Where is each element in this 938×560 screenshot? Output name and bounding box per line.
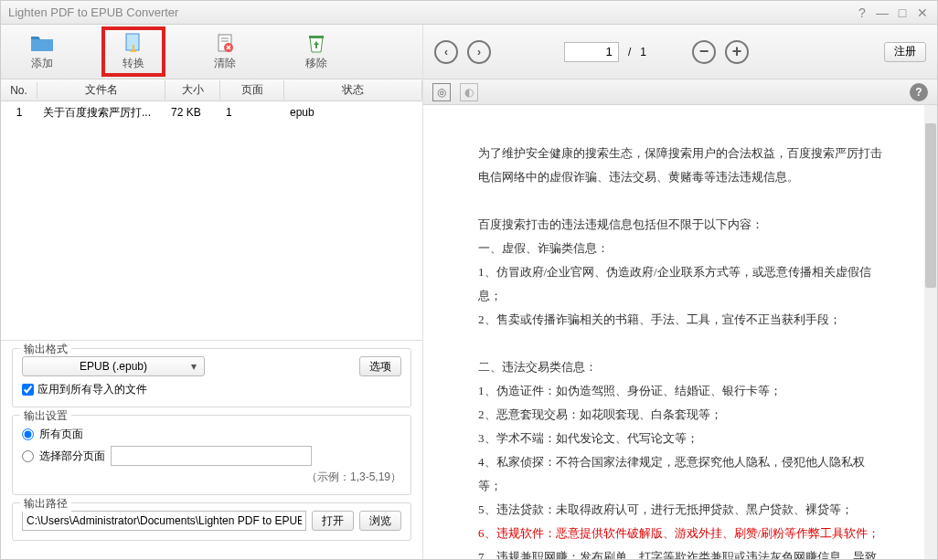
maximize-icon[interactable]: □ [895, 5, 910, 20]
doc-line: 为了维护安全健康的搜索生态，保障搜索用户的合法权益，百度搜索严厉打击电信网络中的… [478, 142, 882, 189]
document-preview: 为了维护安全健康的搜索生态，保障搜索用户的合法权益，百度搜索严厉打击电信网络中的… [423, 105, 937, 559]
table-row[interactable]: 1 关于百度搜索严厉打... 72 KB 1 epub [1, 101, 422, 123]
clear-button[interactable]: 清除 [193, 32, 257, 71]
col-no[interactable]: No. [1, 82, 37, 99]
page-sep: / [628, 46, 631, 58]
format-dropdown[interactable]: EPUB (.epub) [22, 356, 205, 376]
doc-line: 2、售卖或传播诈骗相关的书籍、手法、工具，宣传不正当获利手段； [478, 308, 882, 332]
col-status[interactable]: 状态 [284, 80, 422, 100]
page-total: 1 [640, 46, 646, 58]
output-path-group: 输出路径 打开 浏览 [12, 502, 411, 541]
convert-button[interactable]: 转换 [101, 26, 165, 77]
page-number-input[interactable] [564, 42, 619, 62]
doc-line: 二、违法交易类信息： [478, 355, 882, 379]
col-page[interactable]: 页面 [220, 80, 284, 100]
clear-icon [212, 32, 238, 54]
doc-line: 一、虚假、诈骗类信息： [478, 237, 882, 260]
apply-all-checkbox[interactable]: 应用到所有导入的文件 [22, 382, 401, 397]
folder-icon [29, 32, 55, 54]
next-page-button[interactable]: › [467, 40, 491, 64]
page-range-hint: （示例：1,3-5,19） [22, 470, 401, 485]
all-pages-radio[interactable]: 所有页面 [22, 427, 401, 442]
page-range-input[interactable] [111, 446, 312, 466]
doc-help-button[interactable]: ? [910, 83, 928, 101]
zoom-in-button[interactable]: + [725, 40, 749, 64]
main-toolbar: 添加 转换 清除 移除 [1, 25, 422, 79]
doc-line: 2、恶意套现交易：如花呗套现、白条套现等； [478, 403, 882, 427]
remove-button[interactable]: 移除 [284, 32, 348, 71]
prev-page-button[interactable]: ‹ [434, 40, 458, 64]
titlebar: Lighten PDF to EPUB Converter ? — □ ✕ [1, 1, 937, 25]
browse-button[interactable]: 浏览 [359, 511, 401, 531]
svg-rect-5 [309, 36, 324, 38]
preview-subbar: ◎ ◐ ? [423, 79, 937, 105]
open-button[interactable]: 打开 [312, 511, 354, 531]
doc-line: 百度搜索打击的违法违规信息包括但不限于以下内容： [478, 213, 882, 237]
scrollbar-thumb[interactable] [925, 123, 936, 288]
table-header: No. 文件名 大小 页面 状态 [1, 79, 422, 101]
convert-icon [121, 32, 146, 54]
doc-line: 7、违规兼职网赚：发布刷单、打字等欺诈类兼职或违法灰色网赚信息，导致网络用户财产… [478, 545, 882, 559]
minimize-icon[interactable]: — [875, 5, 890, 20]
doc-line: 5、违法贷款：未取得政府认可，进行无抵押贷款、黑户贷款、裸贷等； [478, 498, 882, 522]
col-name[interactable]: 文件名 [37, 80, 165, 100]
add-button[interactable]: 添加 [10, 32, 74, 71]
zoom-out-button[interactable]: − [692, 40, 716, 64]
output-format-group: 输出格式 EPUB (.epub) 选项 应用到所有导入的文件 [12, 348, 411, 407]
file-list: 1 关于百度搜索严厉打... 72 KB 1 epub [1, 101, 422, 340]
register-button[interactable]: 注册 [884, 42, 926, 62]
close-icon[interactable]: ✕ [915, 5, 930, 20]
view-mode1-button[interactable]: ◎ [432, 83, 451, 101]
help-icon[interactable]: ? [855, 5, 869, 20]
select-pages-radio[interactable]: 选择部分页面 [22, 446, 401, 466]
window-title: Lighten PDF to EPUB Converter [8, 5, 849, 19]
trash-icon [304, 32, 329, 54]
doc-line: 1、仿冒政府/企业官网、伪造政府/企业联系方式等，或恶意传播相关虚假信息； [478, 260, 882, 308]
doc-line: 4、私家侦探：不符合国家法律规定，恶意探究他人隐私，侵犯他人隐私权等； [478, 450, 882, 498]
doc-line: 1、伪造证件：如伪造驾照、身份证、结婚证、银行卡等； [478, 379, 882, 403]
col-size[interactable]: 大小 [165, 80, 220, 100]
preview-toolbar: ‹ › / 1 − + 注册 [423, 25, 937, 79]
output-settings-group: 输出设置 所有页面 选择部分页面 （示例：1,3-5,19） [12, 415, 411, 495]
doc-line: 3、学术不端：如代发论文、代写论文等； [478, 427, 882, 450]
options-button[interactable]: 选项 [359, 356, 401, 376]
output-path-input[interactable] [22, 511, 306, 531]
doc-line-highlighted: 6、违规软件：恶意提供软件破解版、游戏外挂、刷赞/刷粉等作弊工具软件； [478, 522, 882, 545]
view-mode2-button[interactable]: ◐ [460, 83, 478, 101]
scrollbar[interactable] [924, 105, 937, 559]
